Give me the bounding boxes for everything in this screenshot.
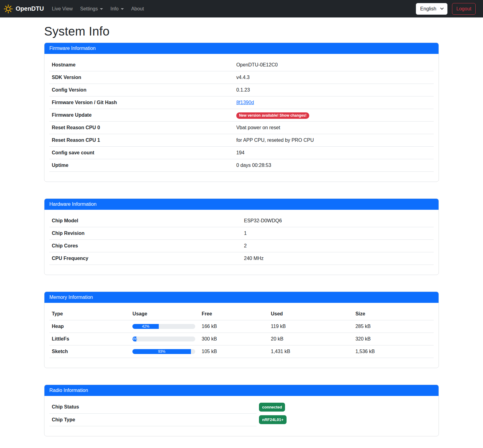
table-row: Sketch 93% 93% 105 kB 1,431 kB 1,536 kB [49,345,434,358]
brand-label: OpenDTU [16,5,44,12]
memory-size: 320 kB [353,333,434,345]
nav-item-label: Live View [52,6,73,12]
table-row: SDK Version v4.4.3 [49,71,434,84]
memory-size: 285 kB [353,320,434,333]
memory-used: 119 kB [268,320,353,333]
card-body: Chip Model ESP32-D0WDQ6 Chip Revision 1 … [44,210,439,275]
language-select-value: English [420,6,436,12]
chip-status-badge: connected [259,403,285,412]
memory-used: 20 kB [268,333,353,345]
row-value: for APP CPU, reseted by PRO CPU [234,134,434,147]
card-header: Memory Information [44,292,439,303]
table-row: Firmware Update New version available! S… [49,109,434,122]
card-header: Firmware Information [44,43,439,54]
column-header-free: Free [199,308,268,320]
row-label: CPU Frequency [49,252,242,265]
firmware-update-badge[interactable]: New version available! Show changes! [236,112,309,119]
row-value: 0 days 00:28:53 [234,159,434,172]
nav-item-settings[interactable]: Settings [78,4,105,14]
card-body: Hostname OpenDTU-0E12C0 SDK Version v4.4… [44,54,439,182]
row-label: Chip Model [49,215,242,227]
table-row: Hostname OpenDTU-0E12C0 [49,59,434,71]
row-label: SDK Version [49,71,234,84]
row-label: Reset Reason CPU 1 [49,134,234,147]
row-label: Reset Reason CPU 0 [49,122,234,134]
table-row: Chip Revision 1 [49,227,434,240]
table-row: Chip Status connected [49,401,289,413]
row-label: Hostname [49,59,234,71]
row-value: Vbat power on reset [234,122,434,134]
card-body: Chip Status connected Chip Type nRF24L01… [44,396,439,436]
memory-free: 166 kB [199,320,268,333]
column-header-used: Used [268,308,353,320]
memory-free: 105 kB [199,345,268,358]
row-label: Chip Status [49,401,257,413]
memory-used: 1,431 kB [268,345,353,358]
table-row: Chip Cores 2 [49,240,434,252]
table-row: Reset Reason CPU 1 for APP CPU, reseted … [49,134,434,147]
row-label: Firmware Version / Git Hash [49,96,234,109]
progress-label: 42% [132,324,159,329]
row-label: Config save count [49,147,234,159]
card-header: Hardware Information [44,199,439,210]
row-value: 8f1390d [234,96,434,109]
memory-usage-cell: 93% 93% [130,345,199,358]
row-value: 2 [242,240,434,252]
memory-table: Type Usage Free Used Size Heap 42% [49,308,434,358]
row-label: Firmware Update [49,109,234,122]
radio-information-card: Radio Information Chip Status connected … [44,385,439,436]
usage-progress-bar: 93% 93% [132,349,195,354]
row-value: 194 [234,147,434,159]
column-header-type: Type [49,308,130,320]
row-value: ESP32-D0WDQ6 [242,215,434,227]
row-value: 1 [242,227,434,240]
table-header-row: Type Usage Free Used Size [49,308,434,320]
radio-table: Chip Status connected Chip Type nRF24L01… [49,401,289,426]
language-select[interactable]: English [416,3,447,15]
row-value: 0.1.23 [234,84,434,96]
progress-label: 6% [132,337,136,341]
table-row: Config save count 194 [49,147,434,159]
table-row: Chip Model ESP32-D0WDQ6 [49,215,434,227]
nav-item-about[interactable]: About [129,4,146,14]
logout-button[interactable]: Logout [452,3,476,15]
chevron-down-icon [121,8,124,10]
nav-item-label: Settings [80,6,98,12]
main-content: System Info Firmware Information Hostnam… [44,24,439,448]
row-value: nRF24L01+ [257,413,289,426]
memory-type: Heap [49,320,130,333]
row-value: v4.4.3 [234,71,434,84]
hardware-table: Chip Model ESP32-D0WDQ6 Chip Revision 1 … [49,215,434,265]
brand[interactable]: OpenDTU [4,4,44,13]
row-label: Chip Type [49,413,257,426]
table-row: Reset Reason CPU 0 Vbat power on reset [49,122,434,134]
table-row: Heap 42% 42% 166 kB 119 kB 285 kB [49,320,434,333]
page-title: System Info [44,24,439,39]
nav-item-info[interactable]: Info [108,4,126,14]
memory-usage-cell: 6% 6% [130,333,199,345]
table-row: LittleFs 6% 6% 300 kB 20 kB 320 kB [49,333,434,345]
firmware-table: Hostname OpenDTU-0E12C0 SDK Version v4.4… [49,59,434,172]
git-hash-link[interactable]: 8f1390d [236,100,254,105]
memory-usage-cell: 42% 42% [130,320,199,333]
column-header-usage: Usage [130,308,199,320]
firmware-information-card: Firmware Information Hostname OpenDTU-0E… [44,43,439,182]
row-value: 240 MHz [242,252,434,265]
row-label: Chip Revision [49,227,242,240]
nav-item-label: About [131,6,144,12]
memory-type: Sketch [49,345,130,358]
card-body: Type Usage Free Used Size Heap 42% [44,303,439,368]
row-value: New version available! Show changes! [234,109,434,122]
navbar: OpenDTU Live View Settings Info About En… [0,0,483,17]
memory-size: 1,536 kB [353,345,434,358]
memory-type: LittleFs [49,333,130,345]
memory-information-card: Memory Information Type Usage Free Used … [44,292,439,368]
chip-type-badge: nRF24L01+ [259,415,287,424]
nav-item-live-view[interactable]: Live View [49,4,75,14]
table-row: Chip Type nRF24L01+ [49,413,289,426]
hardware-information-card: Hardware Information Chip Model ESP32-D0… [44,198,439,275]
nav-item-label: Info [110,6,119,12]
chevron-down-icon [100,8,103,10]
memory-free: 300 kB [199,333,268,345]
row-label: Chip Cores [49,240,242,252]
